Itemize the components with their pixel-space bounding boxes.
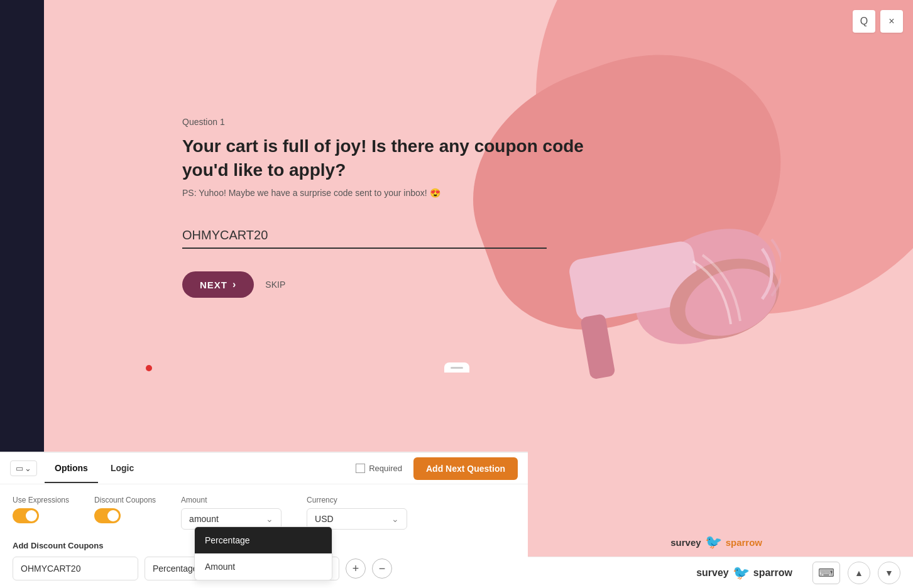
card-icon-button[interactable]: ▭ ⌄ bbox=[10, 460, 37, 476]
decrement-button[interactable]: − bbox=[372, 558, 392, 579]
bottom-panel: ▭ ⌄ Options Logic Required Add Next Ques… bbox=[0, 452, 528, 588]
skip-button[interactable]: SKIP bbox=[265, 280, 285, 290]
toggle-knob-2 bbox=[107, 510, 119, 521]
arrow-icon: › bbox=[232, 279, 236, 290]
dropdown-item-percentage[interactable]: Percentage bbox=[195, 527, 332, 553]
currency-label: Currency bbox=[307, 496, 407, 504]
red-dot bbox=[146, 365, 152, 371]
brand-survey: survey bbox=[670, 537, 701, 548]
close-button[interactable]: × bbox=[880, 10, 903, 33]
required-label: Required bbox=[369, 464, 402, 473]
brand-survey-label: survey bbox=[696, 567, 729, 579]
chevron-down-icon: ▼ bbox=[885, 568, 894, 578]
brand-area: survey 🐦 sparrow bbox=[670, 534, 762, 550]
scroll-up-button[interactable]: ▲ bbox=[848, 562, 870, 584]
brand-logo: survey 🐦 sparrow bbox=[696, 565, 792, 581]
discount-coupons-group: Discount Coupons bbox=[94, 496, 156, 523]
chevron-down-icon: ⌄ bbox=[25, 464, 31, 473]
required-checkbox[interactable] bbox=[356, 464, 365, 473]
expand-handle[interactable] bbox=[444, 362, 469, 373]
use-expressions-label: Use Expressions bbox=[13, 496, 69, 504]
survey-content: Question 1 Your cart is full of joy! Is … bbox=[44, 0, 660, 364]
currency-chevron-icon: ⌄ bbox=[391, 514, 399, 524]
discount-coupons-label: Discount Coupons bbox=[94, 496, 156, 504]
question-label: Question 1 bbox=[182, 117, 660, 127]
use-expressions-toggle[interactable] bbox=[13, 508, 39, 523]
discount-type-value: Percentage bbox=[153, 564, 198, 574]
sparrow-icon: 🐦 bbox=[733, 565, 750, 581]
dropdown-item-amount[interactable]: Amount bbox=[195, 553, 332, 580]
required-area: Required bbox=[356, 464, 402, 473]
chevron-up-icon: ▲ bbox=[855, 568, 863, 578]
brand-sparrow-label: sparrow bbox=[753, 567, 792, 579]
options-row-1: Use Expressions Discount Coupons Amount … bbox=[13, 496, 515, 530]
next-button[interactable]: NEXT › bbox=[182, 271, 254, 298]
currency-group: Currency USD ⌄ bbox=[307, 496, 407, 530]
options-panel: Use Expressions Discount Coupons Amount … bbox=[0, 484, 528, 588]
top-right-buttons: Q × bbox=[853, 10, 903, 33]
tab-options[interactable]: Options bbox=[45, 454, 98, 483]
amount-label: Amount bbox=[181, 496, 282, 504]
increment-button[interactable]: + bbox=[346, 558, 366, 579]
keyboard-icon: ⌨ bbox=[818, 566, 834, 580]
amount-chevron-icon: ⌄ bbox=[266, 514, 273, 524]
coupon-code-input[interactable] bbox=[13, 557, 138, 580]
search-button[interactable]: Q bbox=[853, 10, 875, 33]
amount-group: Amount amount ⌄ bbox=[181, 496, 282, 530]
amount-selected-value: amount bbox=[189, 514, 219, 524]
toggle-knob bbox=[26, 510, 37, 521]
brand-sparrow: sparrow bbox=[726, 537, 762, 548]
question-title: Your cart is full of joy! Is there any c… bbox=[182, 134, 597, 182]
question-subtitle: PS: Yuhoo! Maybe we have a surprise code… bbox=[182, 188, 660, 198]
tab-logic[interactable]: Logic bbox=[101, 454, 144, 483]
currency-selected-value: USD bbox=[315, 514, 334, 524]
scroll-down-button[interactable]: ▼ bbox=[878, 562, 900, 584]
discount-coupons-toggle[interactable] bbox=[94, 508, 121, 523]
keyboard-button[interactable]: ⌨ bbox=[812, 562, 840, 584]
card-icon: ▭ bbox=[16, 464, 23, 473]
brand-icon: 🐦 bbox=[705, 534, 722, 550]
answer-input[interactable] bbox=[182, 223, 547, 249]
use-expressions-group: Use Expressions bbox=[13, 496, 69, 523]
discount-type-dropdown: Percentage Amount bbox=[194, 526, 332, 580]
add-next-question-button[interactable]: Add Next Question bbox=[413, 457, 518, 480]
tab-bar: ▭ ⌄ Options Logic Required Add Next Ques… bbox=[0, 453, 528, 484]
